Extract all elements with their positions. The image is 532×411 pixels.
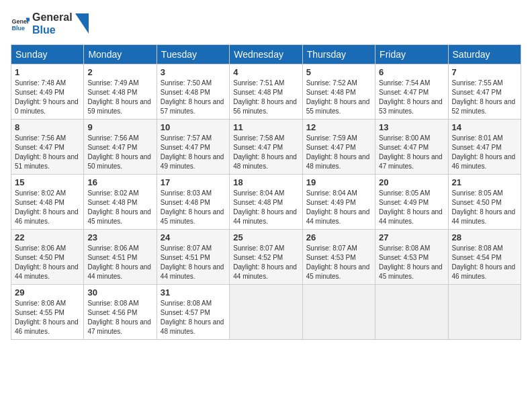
calendar-cell: 12 Sunrise: 7:59 AM Sunset: 4:47 PM Dayl… — [302, 120, 375, 175]
calendar-cell: 6 Sunrise: 7:54 AM Sunset: 4:47 PM Dayli… — [375, 64, 448, 120]
day-number: 6 — [379, 67, 444, 77]
sunset-label: Sunset: 4:57 PM — [161, 309, 210, 316]
calendar-cell: 3 Sunrise: 7:50 AM Sunset: 4:48 PM Dayli… — [157, 64, 229, 120]
sunrise-label: Sunrise: 7:49 AM — [87, 79, 138, 87]
calendar-cell: 19 Sunrise: 8:04 AM Sunset: 4:49 PM Dayl… — [302, 175, 375, 230]
sunrise-label: Sunrise: 8:08 AM — [15, 300, 66, 307]
sunrise-label: Sunrise: 7:54 AM — [379, 79, 430, 87]
day-number: 4 — [233, 67, 298, 77]
sunrise-label: Sunrise: 7:56 AM — [87, 134, 138, 142]
daylight-label: Daylight: 8 hours and 46 minutes. — [452, 153, 516, 170]
daylight-label: Daylight: 8 hours and 45 minutes. — [87, 208, 151, 225]
logo: General Blue General Blue — [11, 11, 89, 36]
calendar-cell: 17 Sunrise: 8:03 AM Sunset: 4:48 PM Dayl… — [157, 175, 229, 230]
cell-info: Sunrise: 7:52 AM Sunset: 4:48 PM Dayligh… — [306, 79, 371, 116]
calendar-table: Sunday Monday Tuesday Wednesday Thursday… — [11, 44, 521, 340]
sunrise-label: Sunrise: 8:06 AM — [15, 244, 66, 252]
daylight-label: Daylight: 8 hours and 57 minutes. — [161, 98, 224, 115]
day-number: 24 — [161, 232, 226, 242]
day-number: 3 — [161, 67, 226, 77]
day-number: 8 — [15, 122, 80, 132]
calendar-cell — [302, 285, 375, 340]
sunrise-label: Sunrise: 8:08 AM — [161, 300, 212, 307]
sunset-label: Sunset: 4:47 PM — [161, 144, 210, 151]
sunrise-label: Sunrise: 8:05 AM — [379, 189, 430, 197]
day-number: 18 — [233, 177, 298, 187]
logo-blue: Blue — [32, 24, 73, 36]
sunrise-label: Sunrise: 8:03 AM — [161, 189, 212, 197]
calendar-cell — [448, 285, 521, 340]
daylight-label: Daylight: 8 hours and 55 minutes. — [306, 98, 370, 115]
cell-info: Sunrise: 7:50 AM Sunset: 4:48 PM Dayligh… — [161, 79, 226, 116]
calendar-body: 1 Sunrise: 7:48 AM Sunset: 4:49 PM Dayli… — [11, 64, 521, 340]
sunrise-label: Sunrise: 8:08 AM — [379, 244, 430, 252]
cell-info: Sunrise: 8:06 AM Sunset: 4:50 PM Dayligh… — [15, 244, 80, 281]
col-friday: Friday — [375, 45, 448, 64]
calendar-cell: 7 Sunrise: 7:55 AM Sunset: 4:47 PM Dayli… — [448, 64, 521, 120]
sunset-label: Sunset: 4:49 PM — [379, 199, 429, 206]
logo-icon: General Blue — [11, 14, 30, 33]
calendar-cell: 23 Sunrise: 8:06 AM Sunset: 4:51 PM Dayl… — [84, 230, 157, 285]
col-thursday: Thursday — [302, 45, 375, 64]
daylight-label: Daylight: 8 hours and 44 minutes. — [87, 263, 151, 280]
calendar-cell: 18 Sunrise: 8:04 AM Sunset: 4:48 PM Dayl… — [230, 175, 302, 230]
sunset-label: Sunset: 4:47 PM — [233, 144, 283, 151]
sunrise-label: Sunrise: 8:00 AM — [379, 134, 430, 142]
day-number: 27 — [379, 232, 444, 242]
svg-marker-4 — [75, 13, 89, 34]
calendar-cell — [375, 285, 448, 340]
calendar-week-row: 1 Sunrise: 7:48 AM Sunset: 4:49 PM Dayli… — [11, 64, 521, 120]
sunrise-label: Sunrise: 8:07 AM — [306, 244, 357, 252]
calendar-header-row: Sunday Monday Tuesday Wednesday Thursday… — [11, 45, 521, 64]
cell-info: Sunrise: 8:00 AM Sunset: 4:47 PM Dayligh… — [379, 134, 444, 171]
day-number: 13 — [379, 122, 444, 132]
cell-info: Sunrise: 8:07 AM Sunset: 4:52 PM Dayligh… — [233, 244, 298, 281]
calendar-cell: 11 Sunrise: 7:58 AM Sunset: 4:47 PM Dayl… — [230, 120, 302, 175]
daylight-label: Daylight: 8 hours and 44 minutes. — [379, 208, 443, 225]
logo-general: General — [32, 11, 73, 24]
sunset-label: Sunset: 4:47 PM — [306, 144, 356, 151]
daylight-label: Daylight: 8 hours and 44 minutes. — [15, 263, 79, 280]
cell-info: Sunrise: 7:57 AM Sunset: 4:47 PM Dayligh… — [161, 134, 226, 171]
sunrise-label: Sunrise: 8:07 AM — [161, 244, 212, 252]
sunset-label: Sunset: 4:50 PM — [15, 254, 64, 261]
sunrise-label: Sunrise: 8:06 AM — [87, 244, 138, 252]
sunrise-label: Sunrise: 8:01 AM — [452, 134, 503, 142]
day-number: 7 — [452, 67, 517, 77]
sunrise-label: Sunrise: 7:48 AM — [15, 79, 66, 87]
calendar-cell: 13 Sunrise: 8:00 AM Sunset: 4:47 PM Dayl… — [375, 120, 448, 175]
sunrise-label: Sunrise: 8:08 AM — [452, 244, 503, 252]
sunrise-label: Sunrise: 8:04 AM — [233, 189, 284, 197]
daylight-label: Daylight: 8 hours and 47 minutes. — [379, 153, 443, 170]
calendar-cell: 21 Sunrise: 8:05 AM Sunset: 4:50 PM Dayl… — [448, 175, 521, 230]
sunset-label: Sunset: 4:48 PM — [87, 199, 137, 206]
sunset-label: Sunset: 4:50 PM — [452, 199, 502, 206]
daylight-label: Daylight: 8 hours and 44 minutes. — [161, 263, 224, 280]
sunrise-label: Sunrise: 8:05 AM — [452, 189, 503, 197]
day-number: 12 — [306, 122, 371, 132]
calendar-week-row: 22 Sunrise: 8:06 AM Sunset: 4:50 PM Dayl… — [11, 230, 521, 285]
sunset-label: Sunset: 4:49 PM — [306, 199, 356, 206]
day-number: 20 — [379, 177, 444, 187]
calendar-cell: 8 Sunrise: 7:56 AM Sunset: 4:47 PM Dayli… — [11, 120, 84, 175]
sunset-label: Sunset: 4:51 PM — [161, 254, 210, 261]
sunrise-label: Sunrise: 7:58 AM — [233, 134, 284, 142]
sunrise-label: Sunrise: 8:08 AM — [87, 300, 138, 307]
cell-info: Sunrise: 8:03 AM Sunset: 4:48 PM Dayligh… — [161, 189, 226, 226]
day-number: 1 — [15, 67, 80, 77]
sunset-label: Sunset: 4:48 PM — [15, 199, 64, 206]
day-number: 30 — [87, 287, 152, 298]
calendar-cell: 2 Sunrise: 7:49 AM Sunset: 4:48 PM Dayli… — [84, 64, 157, 120]
sunset-label: Sunset: 4:48 PM — [306, 89, 356, 96]
cell-info: Sunrise: 8:08 AM Sunset: 4:55 PM Dayligh… — [15, 299, 80, 336]
sunset-label: Sunset: 4:52 PM — [233, 254, 283, 261]
calendar-week-row: 15 Sunrise: 8:02 AM Sunset: 4:48 PM Dayl… — [11, 175, 521, 230]
calendar-cell — [230, 285, 302, 340]
col-monday: Monday — [84, 45, 157, 64]
day-number: 25 — [233, 232, 298, 242]
cell-info: Sunrise: 8:05 AM Sunset: 4:50 PM Dayligh… — [452, 189, 517, 226]
calendar-cell: 20 Sunrise: 8:05 AM Sunset: 4:49 PM Dayl… — [375, 175, 448, 230]
cell-info: Sunrise: 7:59 AM Sunset: 4:47 PM Dayligh… — [306, 134, 371, 171]
sunrise-label: Sunrise: 7:51 AM — [233, 79, 284, 87]
calendar-cell: 31 Sunrise: 8:08 AM Sunset: 4:57 PM Dayl… — [157, 285, 229, 340]
